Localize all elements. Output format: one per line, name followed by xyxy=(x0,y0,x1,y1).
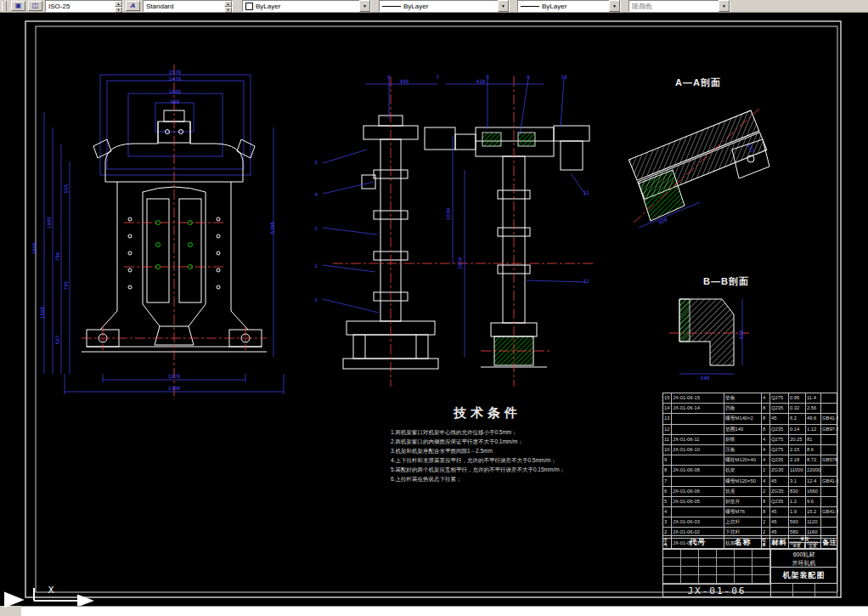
dimension-label: 6 xyxy=(387,74,391,80)
parts-table-cell: 2.18 xyxy=(789,455,806,465)
dimension-label: 5295 xyxy=(269,222,275,234)
parts-table-cell: 螺母M120×50 xyxy=(724,477,762,486)
parts-table-cell xyxy=(821,487,838,496)
parts-table-cell: 3 xyxy=(663,517,672,527)
parts-table-cell: Q235 xyxy=(770,455,789,465)
color-control-combo[interactable]: ByLayer ▼ xyxy=(242,0,371,12)
command-line[interactable] xyxy=(21,606,868,616)
dimension-label: 4 xyxy=(314,191,318,197)
dropdown-arrow-icon[interactable]: ▼ xyxy=(609,0,620,12)
revision-cell xyxy=(699,575,717,584)
dimension-label: 1630 xyxy=(445,208,451,220)
dimension-label: 10 xyxy=(561,74,566,80)
dimension-label: 420 xyxy=(738,331,744,340)
parts-table-cell: 15 xyxy=(663,393,672,403)
parts-table-cell: 螺栓M120×40 xyxy=(724,455,762,465)
revision-cell xyxy=(752,575,770,584)
parts-table-cell: 垫板 xyxy=(724,393,762,403)
revision-cell xyxy=(752,550,770,558)
plot-style-control-combo[interactable]: 随颜色 ▼ xyxy=(628,0,730,12)
dimension-label: 2470 xyxy=(169,76,181,82)
parts-table-cell: Q235 xyxy=(770,425,789,434)
parts-table-cell: Q275 xyxy=(770,435,789,444)
revision-cell xyxy=(735,558,752,567)
dimension-label: X xyxy=(48,585,54,596)
parts-table-cell: 560 xyxy=(789,517,806,527)
dimension-label: 1608 xyxy=(39,307,45,319)
technical-note: 2.两机架窗口的内侧面应保证平行度不大于0.1mm/m； xyxy=(391,437,642,446)
parts-table-cell xyxy=(672,477,724,486)
parts-table-cell: 1120 xyxy=(806,517,821,527)
scale-cell xyxy=(793,584,815,596)
parts-table-cell: 12.4 xyxy=(806,477,821,486)
dim-style-manager-icon[interactable]: ▣ xyxy=(11,1,25,11)
parts-table-cell: 14 xyxy=(663,404,672,413)
parts-table-cell: ZG35 xyxy=(770,487,789,496)
technical-note: 1.两机架窗口对机架中心线的允许位移小于0.5mm； xyxy=(391,427,642,437)
parts-table-cell: Q275 xyxy=(770,445,789,455)
parts-table-cell: 4 xyxy=(762,445,770,455)
dim-style-combo[interactable]: ISO-25 ▲ ▼ xyxy=(45,0,123,12)
revision-cell xyxy=(663,567,681,575)
technical-note: 6.上拉杆装在热状态下拉紧； xyxy=(391,474,642,483)
header-note: 备注 xyxy=(821,536,838,548)
dimension-label: 9 xyxy=(527,74,530,80)
parts-table-cell: JX-01-06-10 xyxy=(672,445,724,455)
parts-table-row: 8JX-01-06-08机架2ZG351100022000 xyxy=(663,466,837,476)
dropdown-arrow-icon[interactable]: ▼ xyxy=(498,0,509,12)
lineweight-sample-icon xyxy=(521,6,539,7)
linetype-control-combo[interactable]: ByLayer ▼ xyxy=(379,0,510,12)
parts-table-cell: Q235 xyxy=(770,404,789,413)
parts-table-cell: 10 xyxy=(663,445,672,455)
revision-cell xyxy=(735,575,752,584)
revision-cell xyxy=(663,575,681,584)
text-style-spinner[interactable]: ▲ ▼ xyxy=(224,1,232,11)
parts-table-cell: 1.2 xyxy=(789,497,806,506)
scale-grid xyxy=(770,584,837,596)
spin-down-icon[interactable]: ▼ xyxy=(115,7,122,13)
header-code: 代号 xyxy=(672,536,724,548)
dimension-label: 1670 xyxy=(168,373,180,379)
parts-table-cell: 8 xyxy=(663,466,672,475)
drawing-title: 机架装配图 xyxy=(770,568,837,584)
revision-cell xyxy=(735,550,752,558)
cad-application-window: ▣ ◫ ISO-25 ▲ ▼ A Standard ▲ ▼ ByLayer ▼ … xyxy=(0,0,868,616)
dimension-label: 507 xyxy=(54,336,60,345)
parts-table-cell: 11000 xyxy=(789,466,806,475)
header-weight: 重量 单重 总重 xyxy=(789,536,821,548)
parts-table-cell: 1.9 xyxy=(789,507,806,517)
parts-table-cell: 3.1 xyxy=(789,477,806,486)
spin-up-icon[interactable]: ▲ xyxy=(115,1,122,7)
spin-up-icon[interactable]: ▲ xyxy=(224,1,232,7)
dropdown-arrow-icon[interactable]: ▼ xyxy=(359,0,370,12)
spin-down-icon[interactable]: ▼ xyxy=(224,7,232,13)
parts-table-row: 3JX-01-06-03上拉杆2455601120 xyxy=(663,517,837,528)
revision-cell xyxy=(663,550,681,558)
lineweight-control-combo[interactable]: ByLayer ▼ xyxy=(517,0,621,12)
parts-table-cell: 8 xyxy=(762,404,770,413)
revision-cell xyxy=(699,558,717,567)
text-style-icon[interactable]: A xyxy=(126,1,140,11)
toolbar-grip[interactable] xyxy=(2,2,7,11)
parts-table-cell: Q235 xyxy=(770,497,789,506)
layer-manager-icon[interactable]: ◫ xyxy=(28,1,42,11)
parts-table-cell xyxy=(821,445,838,455)
text-style-combo[interactable]: Standard ▲ ▼ xyxy=(143,0,233,12)
dim-style-spinner[interactable]: ▲ ▼ xyxy=(115,1,122,11)
revision-cell xyxy=(699,567,717,575)
parts-table-cell: 2 xyxy=(762,517,770,527)
parts-table-cell: GB41-86 xyxy=(821,414,838,423)
dimension-label: 2 xyxy=(314,263,318,268)
dimension-label: 2300 xyxy=(168,385,180,391)
dimension-label: 11 xyxy=(583,189,589,195)
dimension-label: 790 xyxy=(54,252,60,262)
dropdown-arrow-icon[interactable]: ▼ xyxy=(719,0,730,12)
parts-table-row: 7螺母M120×504453.112.4GB41-86 xyxy=(663,477,837,487)
dimension-label: 745 xyxy=(63,281,69,291)
revision-cell xyxy=(663,558,681,567)
parts-table-cell: 81 xyxy=(806,435,821,444)
parts-table-cell: 1.12 xyxy=(806,425,821,434)
parts-table-cell xyxy=(821,517,838,527)
parts-table-row: 10JX-01-06-10压板4Q2752.158.6 xyxy=(663,445,837,455)
revision-cell xyxy=(681,558,699,567)
